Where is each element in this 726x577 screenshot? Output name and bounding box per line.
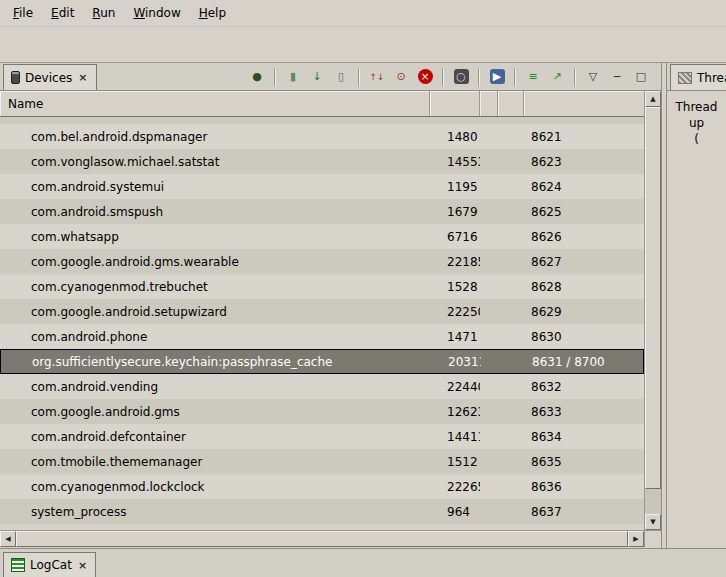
table-row[interactable]: org.sufficientlysecure.keychain:passphra…	[0, 349, 644, 374]
table-row[interactable]: com.cyanogenmod.lockclock222658636	[0, 474, 644, 499]
menu-window[interactable]: Window	[124, 2, 189, 24]
table-row[interactable]: com.vonglasow.michael.satstat145538623	[0, 149, 644, 174]
cell-pid: 14411	[430, 430, 480, 444]
column-header-name[interactable]: Name	[0, 91, 430, 116]
cell-name: com.google.android.gms.wearable	[0, 255, 430, 269]
threads-message-line: (	[667, 131, 726, 147]
toolbar-separator	[274, 68, 276, 86]
cell-name: org.sufficientlysecure.keychain:passphra…	[1, 355, 431, 369]
cell-port: 8626	[524, 230, 644, 244]
toolbar-group: ○	[447, 66, 475, 88]
menu-run[interactable]: Run	[83, 2, 124, 24]
cell-port: 8628	[524, 280, 644, 294]
logcat-icon	[11, 558, 25, 572]
screen-capture-icon[interactable]: ○	[450, 66, 472, 88]
table-row[interactable]: com.bel.android.dspmanager14808621	[0, 124, 644, 149]
cell-port: 8632	[524, 380, 644, 394]
cell-port: 8625	[524, 205, 644, 219]
dump-hprof-icon[interactable]: ↓	[306, 66, 328, 88]
column-header-spacer2[interactable]	[498, 91, 524, 116]
update-threads-icon[interactable]: ↑↓	[366, 66, 388, 88]
cause-gc-icon[interactable]: ▯	[330, 66, 352, 88]
column-header-pid[interactable]	[430, 91, 480, 116]
table-row[interactable]: com.cyanogenmod.trebuchet15288628	[0, 274, 644, 299]
cell-port: 8637	[524, 505, 644, 519]
menu-help[interactable]: Help	[190, 2, 235, 24]
devices-tabbar: Devices × ●▮↓▯↑↓⊙×○▶≡↗▽─□	[0, 63, 661, 91]
debug-icon[interactable]: ●	[246, 66, 268, 88]
vertical-scrollbar-thumb[interactable]	[645, 107, 661, 489]
toolbar-group: ≡↗	[519, 66, 571, 88]
cell-port: 8633	[524, 405, 644, 419]
cell-pid: 1195	[430, 180, 480, 194]
toolbar-separator	[442, 68, 444, 86]
table-row[interactable]: com.google.android.gms.wearable221858627	[0, 249, 644, 274]
toolbar-separator	[514, 68, 516, 86]
maximize-icon[interactable]: □	[630, 66, 652, 88]
table-row[interactable]: com.android.smspush16798625	[0, 199, 644, 224]
table-row[interactable]: com.tmobile.thememanager15128635	[0, 449, 644, 474]
cell-name: system_process	[0, 505, 430, 519]
table-row[interactable]: com.whatsapp67168626	[0, 224, 644, 249]
update-heap-icon[interactable]: ▮	[282, 66, 304, 88]
close-icon[interactable]: ×	[77, 559, 88, 572]
cell-pid: 964	[430, 505, 480, 519]
menu-edit[interactable]: Edit	[42, 2, 83, 24]
cell-port: 8627	[524, 255, 644, 269]
screen-record-icon[interactable]: ▶	[486, 66, 508, 88]
table-row[interactable]: com.android.systemui11958624	[0, 174, 644, 199]
cell-name: com.bel.android.dspmanager	[0, 130, 430, 144]
table-row[interactable]: com.google.android.gms126238633	[0, 399, 644, 424]
view-menu-icon[interactable]: ▽	[582, 66, 604, 88]
horizontal-scrollbar-thumb[interactable]	[16, 531, 628, 547]
table-row[interactable]: com.android.phone14718630	[0, 324, 644, 349]
toolbar-group: ▶	[483, 66, 511, 88]
vertical-scrollbar-track[interactable]	[645, 489, 661, 514]
threads-tab-label: Threads	[697, 71, 726, 85]
tab-devices[interactable]: Devices ×	[3, 64, 97, 90]
systrace-icon[interactable]: ↗	[546, 66, 568, 88]
table-row[interactable]: system_process9648637	[0, 499, 644, 524]
table-row[interactable]: com.google.android.setupwizard222508629	[0, 299, 644, 324]
column-header-spacer1[interactable]	[480, 91, 498, 116]
cell-name: com.cyanogenmod.lockclock	[0, 480, 430, 494]
minimize-icon[interactable]: ─	[606, 66, 628, 88]
method-profiling-icon[interactable]: ⊙	[390, 66, 412, 88]
close-icon[interactable]: ×	[77, 71, 88, 84]
tab-threads[interactable]: Threads	[670, 64, 726, 90]
cell-port: 8624	[524, 180, 644, 194]
table-row[interactable]: com.android.vending224408632	[0, 374, 644, 399]
device-table-body: com.bel.android.dspmanager14808621com.vo…	[0, 117, 644, 530]
bottom-tabbar: LogCat ×	[0, 548, 726, 577]
cell-pid: 22265	[430, 480, 480, 494]
scroll-up-icon[interactable]: ▲	[645, 91, 661, 107]
cell-name: com.android.smspush	[0, 205, 430, 219]
threads-tabbar: Threads	[667, 63, 726, 91]
devices-table: Name com.bel.android.dspmanager14808621c…	[0, 91, 661, 547]
scroll-left-icon[interactable]: ◀	[0, 531, 16, 547]
table-row[interactable]: com.android.defcontainer144118634	[0, 424, 644, 449]
cell-pid: 1471	[430, 330, 480, 344]
stop-process-icon[interactable]: ×	[414, 66, 436, 88]
column-header-port[interactable]	[524, 91, 644, 116]
cell-port: 8621	[524, 130, 644, 144]
horizontal-scrollbar[interactable]: ◀ ▶	[0, 530, 644, 547]
cell-port: 8634	[524, 430, 644, 444]
scroll-right-icon[interactable]: ▶	[628, 531, 644, 547]
devices-tab-label: Devices	[25, 71, 72, 85]
cell-name: com.android.phone	[0, 330, 430, 344]
menu-file[interactable]: File	[4, 2, 42, 24]
cell-name: com.whatsapp	[0, 230, 430, 244]
cell-name: com.android.vending	[0, 380, 430, 394]
vertical-scrollbar[interactable]: ▲ ▼	[644, 91, 661, 530]
devices-toolbar: ●▮↓▯↑↓⊙×○▶≡↗▽─□	[243, 63, 661, 91]
device-icon	[11, 71, 20, 84]
scroll-down-icon[interactable]: ▼	[645, 514, 661, 530]
toolbar-separator	[358, 68, 360, 86]
cell-name: com.tmobile.thememanager	[0, 455, 430, 469]
scrollbar-corner	[644, 530, 661, 547]
capture-ui-xml-icon[interactable]: ≡	[522, 66, 544, 88]
tab-logcat[interactable]: LogCat ×	[3, 552, 96, 577]
threads-panel: Threads Thread up(	[667, 63, 726, 548]
toolbar-separator	[574, 68, 576, 86]
